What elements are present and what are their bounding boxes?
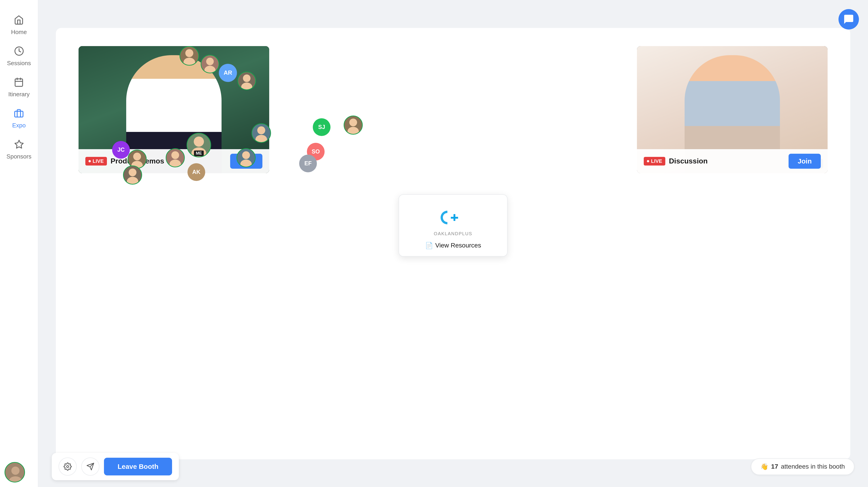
svg-point-25 bbox=[257, 126, 265, 134]
leave-booth-button[interactable]: Leave Booth bbox=[104, 458, 172, 476]
sidebar: Home Sessions Itinerary bbox=[0, 0, 38, 487]
expo-icon bbox=[12, 107, 25, 120]
sidebar-item-label-expo: Expo bbox=[12, 122, 26, 129]
svg-point-19 bbox=[206, 57, 214, 65]
sidebar-item-label-itinerary: Itinerary bbox=[8, 91, 30, 98]
sessions-icon bbox=[13, 45, 25, 57]
sidebar-item-label-home: Home bbox=[11, 29, 27, 36]
sponsor-booth: OAKLANDPLUS 📄 View Resources bbox=[399, 194, 507, 256]
avatar-7[interactable] bbox=[166, 148, 185, 167]
sidebar-item-home[interactable]: Home bbox=[11, 13, 27, 36]
settings-button[interactable] bbox=[59, 457, 77, 476]
avatar-10[interactable] bbox=[237, 148, 256, 167]
attendees-label: attendees in this booth bbox=[781, 463, 845, 470]
home-icon bbox=[12, 13, 25, 26]
sidebar-item-sponsors[interactable]: Sponsors bbox=[7, 138, 32, 160]
view-resources-button[interactable]: 📄 View Resources bbox=[425, 242, 481, 249]
live-badge-right: LIVE bbox=[644, 157, 665, 165]
video-card-discussion: LIVE Discussion Join bbox=[637, 46, 828, 173]
attendees-badge: 👋 17 attendees in this booth bbox=[751, 458, 855, 475]
avatar-9[interactable]: AK bbox=[187, 163, 205, 181]
sidebar-item-sessions[interactable]: Sessions bbox=[7, 45, 31, 67]
sidebar-item-itinerary[interactable]: Itinerary bbox=[8, 76, 30, 98]
avatar-1[interactable] bbox=[200, 55, 219, 73]
bottom-bar: Leave Booth 👋 17 attendees in this booth bbox=[38, 453, 868, 480]
oakland-plus-logo bbox=[435, 206, 471, 229]
avatar-4[interactable] bbox=[251, 123, 271, 143]
chat-button[interactable] bbox=[838, 9, 859, 30]
sidebar-item-label-sessions: Sessions bbox=[7, 60, 31, 67]
attendees-emoji: 👋 bbox=[761, 463, 768, 470]
location-button[interactable] bbox=[81, 457, 99, 476]
sidebar-item-expo[interactable]: Expo bbox=[12, 107, 26, 129]
avatar-2[interactable]: AR bbox=[219, 64, 237, 82]
sponsor-logo: OAKLANDPLUS bbox=[434, 206, 472, 236]
sidebar-item-label-sponsors: Sponsors bbox=[7, 153, 32, 160]
live-badge-left: LIVE bbox=[85, 157, 107, 165]
svg-point-31 bbox=[172, 151, 179, 159]
user-avatar[interactable] bbox=[4, 462, 25, 483]
svg-point-16 bbox=[185, 49, 193, 57]
avatar-12[interactable] bbox=[344, 116, 363, 134]
session-title-discussion: Discussion bbox=[669, 157, 708, 165]
svg-point-43 bbox=[129, 169, 136, 176]
video-footer-right: LIVE Discussion Join bbox=[637, 149, 828, 173]
resource-icon: 📄 bbox=[425, 242, 433, 249]
svg-rect-14 bbox=[451, 217, 458, 219]
sponsors-icon bbox=[13, 138, 25, 151]
attendees-count: 17 bbox=[771, 463, 778, 470]
booth-canvas: LIVE Product Demos Join bbox=[56, 28, 850, 459]
svg-point-40 bbox=[349, 119, 357, 126]
svg-point-34 bbox=[194, 136, 204, 147]
itinerary-icon bbox=[12, 76, 25, 89]
avatar-0[interactable] bbox=[180, 46, 199, 66]
main-content: LIVE Product Demos Join bbox=[38, 0, 868, 487]
avatar-14[interactable]: EF bbox=[299, 155, 317, 172]
avatar-11[interactable]: SJ bbox=[313, 118, 331, 136]
svg-rect-5 bbox=[15, 111, 23, 117]
svg-point-28 bbox=[133, 153, 141, 160]
avatar-8[interactable]: ME bbox=[187, 133, 211, 157]
svg-rect-1 bbox=[15, 79, 23, 86]
controls-panel: Leave Booth bbox=[52, 453, 179, 480]
svg-point-37 bbox=[242, 151, 250, 159]
avatar-5[interactable]: JC bbox=[112, 141, 130, 159]
svg-point-49 bbox=[11, 466, 20, 475]
svg-marker-6 bbox=[15, 140, 23, 148]
avatar-3[interactable] bbox=[238, 71, 256, 90]
svg-point-45 bbox=[67, 466, 69, 468]
join-button-discussion[interactable]: Join bbox=[788, 154, 821, 169]
svg-point-22 bbox=[243, 74, 250, 82]
avatar-15[interactable] bbox=[123, 165, 142, 185]
sponsor-name: OAKLANDPLUS bbox=[434, 231, 472, 236]
